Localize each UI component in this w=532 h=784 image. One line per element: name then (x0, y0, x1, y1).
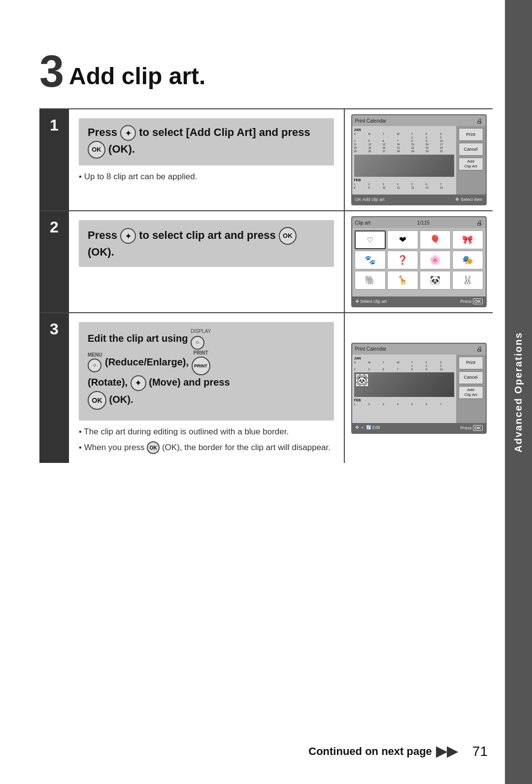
step-2-screen: Clip art 1/115 🖨 ♡ ❤ 🎈 🎀 🐾 ❓ 🌸 (345, 211, 493, 312)
clipart-cell-7: 🌸 (420, 251, 451, 269)
screen-1-bottombar: OK Add clip art ❖ Select item (352, 195, 486, 204)
step-2-number: 2 (39, 211, 69, 312)
page-number: 71 (472, 744, 488, 759)
clipart-cell-4: 🎀 (452, 230, 483, 249)
step-2-header: Press ✦ to select clip art and press OK … (79, 220, 334, 267)
sidebar-label: Advanced Operations (513, 332, 524, 453)
screen-3-bottom-left: ❖ ＋ 🔄 Edit (355, 425, 380, 431)
step-3-header: Edit the clip art using DISPLAY ○ MENU ○… (79, 322, 334, 421)
menu-button: ○ (88, 359, 101, 372)
steps-container: 1 Press ✦ to select [Add Clip Art] and p… (39, 108, 493, 463)
continued-label: Continued on next page (308, 745, 432, 758)
screen-2-title: Clip art (355, 220, 371, 226)
forward-arrow-icon: ▶▶ (436, 743, 458, 759)
step-3-content: Edit the clip art using DISPLAY ○ MENU ○… (69, 313, 345, 463)
step-1-row: 1 Press ✦ to select [Add Clip Art] and p… (39, 108, 493, 210)
nav-button-1: ✦ (120, 125, 136, 141)
screen-1-title: Print Calendar (355, 118, 387, 124)
screen-1-addclip-btn: AddClip Art (459, 158, 483, 170)
step-1-note: • Up to 8 clip art can be applied. (79, 170, 334, 183)
ok-button-3: OK (88, 391, 106, 410)
step-1-content: Press ✦ to select [Add Clip Art] and pre… (69, 109, 345, 210)
vertical-sidebar: Advanced Operations (505, 0, 532, 784)
step-3-left: 3 Edit the clip art using DISPLAY ○ MENU (39, 313, 345, 463)
menu-label: MENU (88, 353, 102, 358)
print-button: PRINT (192, 357, 210, 375)
screen-3-bottom-right: Press OK (460, 425, 482, 430)
step-1-screen: Print Calendar 🖨 JAN SMTWTFS 123 45 (345, 109, 493, 210)
screen-2-clipart-grid: ♡ ❤ 🎈 🎀 🐾 ❓ 🌸 🎭 🐘 🦒 🐼 🐰 (352, 228, 486, 296)
screen-2-bottombar: ❖ Select clip art Press OK (352, 296, 486, 306)
nav-button-3: ✦ (131, 375, 146, 391)
chapter-title: Add clip art. (69, 63, 205, 90)
page-container: 3 Add clip art. 1 Press ✦ to select [Add… (0, 0, 532, 784)
screen-3-icon: 🖨 (476, 345, 483, 353)
page-footer: Continued on next page ▶▶ 71 (0, 743, 532, 759)
step-2-row: 2 Press ✦ to select clip art and press O… (39, 210, 493, 312)
continued-text: Continued on next page ▶▶ (308, 743, 458, 759)
nav-button-2: ✦ (120, 228, 136, 244)
screen-3-title: Print Calendar (355, 346, 387, 352)
screen-2-mockup: Clip art 1/115 🖨 ♡ ❤ 🎈 🎀 🐾 ❓ 🌸 (351, 216, 487, 307)
screen-1-print-btn: Print (459, 128, 483, 141)
screen-3-sidebar: Print Cancel AddClip Art (456, 355, 486, 423)
step-3-instruction: Edit the clip art using DISPLAY ○ MENU ○… (88, 329, 325, 410)
clipart-cell-1: ♡ (355, 230, 386, 249)
clipart-cell-6: ❓ (387, 251, 418, 269)
screen-3-print-btn: Print (459, 357, 483, 369)
screen-3-cancel-btn: Cancel (459, 371, 483, 384)
clipart-cell-2: ❤ (387, 230, 418, 249)
step-2-content: Press ✦ to select clip art and press OK … (69, 211, 345, 312)
clipart-cell-9: 🐘 (355, 271, 386, 290)
screen-3-addclip-btn: AddClip Art (459, 386, 483, 399)
ok-button-2: OK (279, 227, 297, 245)
step-1-left: 1 Press ✦ to select [Add Clip Art] and p… (39, 109, 345, 210)
screen-1-mockup: Print Calendar 🖨 JAN SMTWTFS 123 45 (351, 114, 487, 205)
screen-2-bottom-left: ❖ Select clip art (355, 299, 387, 304)
chapter-heading: 3 Add clip art. (39, 49, 493, 94)
screen-1-icon: 🖨 (476, 117, 483, 125)
screen-3-mockup: Print Calendar 🖨 JAN SMTWTFS 123 4567891… (351, 343, 487, 434)
screen-2-bottom-right: Press OK (460, 299, 482, 304)
step-3-notes: • The clip art during editing is outline… (79, 425, 334, 454)
chapter-number: 3 (39, 49, 64, 94)
clipart-cell-11: 🐼 (420, 271, 451, 290)
step-1-header: Press ✦ to select [Add Clip Art] and pre… (79, 118, 334, 165)
screen-2-counter: 1/115 (417, 220, 430, 226)
step-2-left: 2 Press ✦ to select clip art and press O… (39, 211, 345, 312)
screen-3-bottombar: ❖ ＋ 🔄 Edit Press OK (352, 423, 486, 433)
step-3-note-1: • The clip art during editing is outline… (79, 425, 334, 438)
screen-2-topbar: Clip art 1/115 🖨 (352, 217, 486, 228)
screen-1-main: JAN SMTWTFS 123 45678910 11121314151617 … (352, 126, 456, 195)
screen-3-main: JAN SMTWTFS 123 45678910 🐼 (352, 355, 456, 423)
display-label: DISPLAY (191, 329, 211, 334)
step-3-row: 3 Edit the clip art using DISPLAY ○ MENU (39, 312, 493, 463)
clipart-cell-10: 🦒 (387, 271, 418, 290)
ok-button-1: OK (88, 141, 105, 159)
step-2-instruction: Press ✦ to select clip art and press OK … (88, 227, 325, 260)
display-button: ○ (191, 336, 204, 350)
step-3-screen: Print Calendar 🖨 JAN SMTWTFS 123 4567891… (345, 313, 493, 463)
clipart-cell-5: 🐾 (355, 251, 386, 269)
screen-1-sidebar: Print Cancel AddClip Art (456, 126, 486, 195)
clipart-cell-12: 🐰 (452, 271, 483, 290)
screen-1-bottom-right: ❖ Select item (455, 197, 482, 202)
step-3-number: 3 (39, 313, 69, 463)
screen-3-topbar: Print Calendar 🖨 (352, 344, 486, 355)
screen-2-icon: 🖨 (476, 219, 483, 227)
clipart-cell-3: 🎈 (420, 230, 451, 249)
screen-1-body: JAN SMTWTFS 123 45678910 11121314151617 … (352, 126, 486, 195)
screen-3-body: JAN SMTWTFS 123 45678910 🐼 (352, 355, 486, 423)
ok-inline: OK (147, 441, 160, 454)
screen-1-bottom-left: OK Add clip art (355, 197, 385, 202)
screen-1-topbar: Print Calendar 🖨 (352, 115, 486, 126)
step-1-instruction: Press ✦ to select [Add Clip Art] and pre… (88, 125, 325, 159)
screen-1-cancel-btn: Cancel (459, 143, 483, 156)
step-3-note-2: • When you press OK (OK), the border for… (79, 441, 334, 455)
clipart-cell-8: 🎭 (452, 251, 483, 269)
step-1-number: 1 (39, 109, 69, 210)
